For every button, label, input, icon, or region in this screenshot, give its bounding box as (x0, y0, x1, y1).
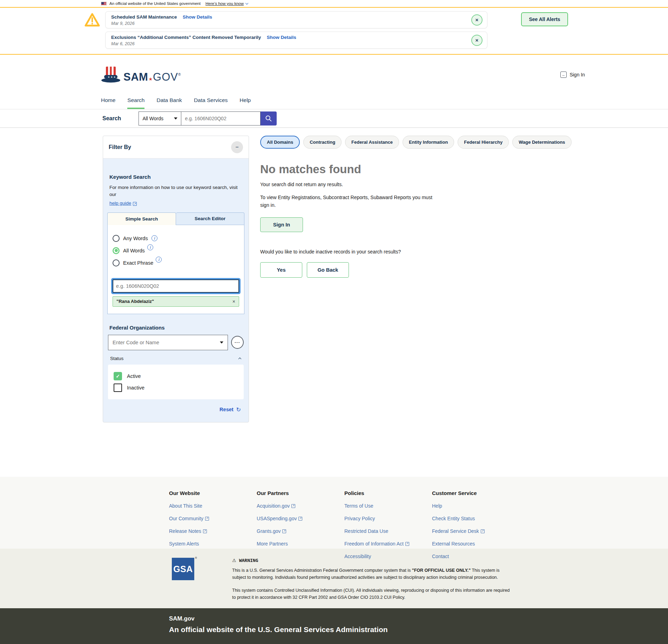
sam-gov-logo[interactable]: ★ ★ ★ SAM ★ GOV ® (101, 66, 181, 83)
status-options: ✓ Active Inactive (108, 365, 244, 399)
domain-tab-federal-hierarchy[interactable]: Federal Hierarchy (458, 136, 509, 149)
warning-heading: ⚠ WARNING (232, 558, 513, 563)
no-matches-heading: No matches found (260, 163, 555, 176)
info-icon[interactable]: i (151, 235, 157, 241)
radio-exact-phrase[interactable] (113, 259, 120, 266)
checkbox-inactive[interactable] (114, 384, 122, 392)
warning-icon: ⚠ (232, 558, 236, 563)
help-guide-link[interactable]: help guide↗ (109, 201, 137, 206)
remove-chip-icon[interactable]: × (232, 299, 235, 304)
warning-paragraph-2: This system contains Controlled Unclassi… (232, 587, 513, 601)
tab-simple-search[interactable]: Simple Search (107, 212, 176, 225)
info-icon[interactable]: i (147, 244, 153, 250)
close-icon: × (475, 37, 479, 43)
status-toggle[interactable]: Status (110, 356, 241, 361)
footer-link[interactable]: Help (432, 503, 442, 509)
footer-link[interactable]: Federal Service Desk↗ (432, 528, 485, 534)
external-link-icon: ↗ (205, 517, 209, 521)
tab-search-editor[interactable]: Search Editor (176, 212, 244, 225)
check-icon: ✓ (116, 373, 120, 379)
footer-link[interactable]: System Alerts (169, 541, 199, 547)
external-link-icon: ↗ (405, 542, 409, 546)
uncle-sam-hat-icon: ★ ★ ★ (101, 66, 121, 83)
sign-in-required-message: To view Entity Registrations, Subcontrac… (260, 194, 436, 209)
footer-link[interactable]: More Partners (257, 541, 288, 547)
nav-item-data-services[interactable]: Data Services (194, 91, 228, 109)
footer-col-policies: Policies Terms of Use Privacy Policy Res… (344, 490, 432, 549)
footer-link[interactable]: Freedom of Information Act↗ (344, 541, 409, 547)
global-search-input[interactable] (181, 111, 261, 126)
domain-tab-contracting[interactable]: Contracting (303, 136, 342, 149)
search-label: Search (102, 115, 121, 122)
footer-link[interactable]: Check Entity Status (432, 516, 475, 521)
domain-tab-all-domains[interactable]: All Domains (260, 136, 300, 149)
warning-paragraph-1: This is a U.S. General Services Administ… (232, 567, 513, 581)
minus-icon: − (235, 144, 238, 150)
footer-link[interactable]: USASpending.gov↗ (257, 516, 302, 521)
footer-col-heading: Our Partners (257, 490, 344, 496)
show-details-link[interactable]: Show Details (183, 14, 212, 20)
footer-links: Our Website About This Site Our Communit… (0, 477, 668, 549)
no-results-message: Your search did not return any results. (260, 182, 555, 187)
footer-link[interactable]: Privacy Policy (344, 516, 375, 521)
footer-link[interactable]: About This Site (169, 503, 202, 509)
domain-tab-entity-information[interactable]: Entity Information (403, 136, 454, 149)
close-alert-button[interactable]: × (471, 14, 483, 26)
more-options-button[interactable]: ··· (231, 336, 244, 349)
alert-card: Exclusions “Additional Comments” Content… (105, 32, 487, 49)
footer-link[interactable]: Restricted Data Use (344, 528, 388, 534)
radio-row-all-words: All Words i (113, 247, 239, 254)
alert-date: Mar 9, 2026 (111, 21, 465, 26)
nav-item-search[interactable]: Search (127, 91, 144, 109)
logo-sam-text: SAM (123, 71, 148, 83)
close-alert-button[interactable]: × (471, 35, 483, 46)
external-link-icon: ↗ (291, 504, 295, 508)
keyword-search-heading: Keyword Search (109, 174, 242, 180)
search-button[interactable] (261, 111, 277, 126)
radio-any-words[interactable] (113, 235, 120, 242)
domain-tab-federal-assistance[interactable]: Federal Assistance (345, 136, 399, 149)
nav-item-data-bank[interactable]: Data Bank (156, 91, 182, 109)
footer-link[interactable]: Grants.gov↗ (257, 528, 286, 534)
gov-banner-text: An official website of the United States… (109, 1, 201, 6)
federal-org-select[interactable]: Enter Code or Name (108, 335, 228, 350)
keyword-chip: "Rana Abdelaziz" × (113, 296, 239, 307)
warning-triangle-icon (84, 13, 100, 27)
reset-filters-link[interactable]: Reset ↻ (111, 406, 241, 413)
sign-in-link[interactable]: ← Sign In (560, 72, 585, 78)
footer-link[interactable]: External Resources (432, 541, 475, 547)
radio-all-words[interactable] (113, 247, 120, 254)
radio-label: Exact Phrase (123, 260, 153, 266)
footer-link[interactable]: Acquisition.gov↗ (257, 503, 295, 509)
footer-link[interactable]: Terms of Use (344, 503, 373, 509)
nav-item-help[interactable]: Help (239, 91, 251, 109)
footer-link[interactable]: Our Community↗ (169, 516, 209, 521)
checkbox-active[interactable]: ✓ (114, 372, 122, 380)
federal-organizations-heading: Federal Organizations (109, 325, 242, 331)
show-details-link[interactable]: Show Details (267, 35, 296, 40)
external-link-icon: ↗ (133, 202, 137, 206)
radio-label: All Words (123, 248, 145, 253)
keyword-input[interactable] (113, 279, 239, 293)
how-you-know-link[interactable]: Here’s how you know (205, 1, 248, 6)
keyword-tabs: Simple Search Search Editor (107, 212, 244, 225)
sign-in-button[interactable]: Sign In (260, 217, 303, 232)
caret-down-icon (174, 117, 177, 120)
domain-tab-wage-determinations[interactable]: Wage Determinations (512, 136, 571, 149)
collapse-filters-button[interactable]: − (231, 141, 243, 153)
external-link-icon: ↗ (298, 517, 302, 521)
search-type-select[interactable]: All Words (139, 111, 181, 126)
wordmark: SAM ★ GOV ® (123, 71, 181, 83)
magnifier-icon (265, 115, 272, 122)
info-icon[interactable]: i (156, 257, 162, 263)
see-all-alerts-button[interactable]: See All Alerts (521, 12, 568, 26)
alert-title: Scheduled SAM Maintenance (111, 14, 177, 20)
footer-col-heading: Policies (344, 490, 432, 496)
yes-button[interactable]: Yes (260, 262, 302, 278)
go-back-button[interactable]: Go Back (307, 262, 349, 278)
federal-organizations-row: Enter Code or Name ··· (108, 335, 244, 350)
footer-link[interactable]: Release Notes↗ (169, 528, 207, 534)
nav-item-home[interactable]: Home (101, 91, 115, 109)
external-link-icon: ↗ (481, 529, 485, 533)
footer-site-name: SAM.gov (169, 615, 668, 622)
